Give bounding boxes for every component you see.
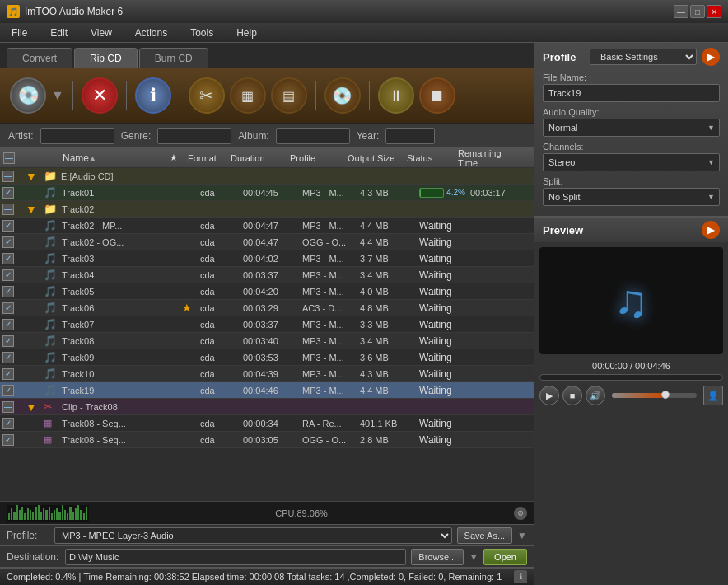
row-checkbox[interactable] <box>2 236 14 248</box>
volume-button[interactable]: 🔊 <box>586 386 605 405</box>
row-checkbox[interactable] <box>2 204 14 215</box>
row-checkbox[interactable] <box>2 302 14 314</box>
open-disc-button[interactable]: 💿 <box>10 77 46 114</box>
row-checkbox[interactable] <box>2 319 14 330</box>
destination-input[interactable] <box>65 549 406 565</box>
album-input[interactable] <box>276 128 350 144</box>
genre-input[interactable] <box>157 128 231 144</box>
list-item[interactable]: 🎵 Track05 cda 00:04:20 MP3 - M... 4.0 MB… <box>0 283 534 300</box>
status-info-icon[interactable]: ℹ <box>514 570 527 583</box>
tab-convert[interactable]: Convert <box>7 48 72 68</box>
stop-button[interactable]: ⏹ <box>419 77 455 114</box>
save-dropdown[interactable]: ▼ <box>517 530 527 541</box>
header-output-size[interactable]: Output Size <box>344 153 404 163</box>
header-checkbox[interactable] <box>3 152 15 164</box>
list-item[interactable]: 🎵 Track19 cda 00:04:46 MP3 - M... 4.4 MB… <box>0 382 534 399</box>
open-button[interactable]: Open <box>483 549 527 565</box>
list-item[interactable]: 🎵 Track09 cda 00:03:53 MP3 - M... 3.6 MB… <box>0 349 534 366</box>
info-button[interactable]: ℹ <box>135 77 171 114</box>
file-name-input[interactable] <box>543 84 720 102</box>
list-item[interactable]: 🎵 Track04 cda 00:03:37 MP3 - M... 3.4 MB… <box>0 267 534 283</box>
volume-slider[interactable] <box>612 393 697 398</box>
menu-view[interactable]: View <box>86 26 117 40</box>
menu-edit[interactable]: Edit <box>45 26 72 40</box>
menu-actions[interactable]: Actions <box>130 26 172 40</box>
list-item[interactable]: 🎵 Track03 cda 00:04:02 MP3 - M... 3.7 MB… <box>0 250 534 267</box>
pause-button[interactable]: ⏸ <box>378 77 414 114</box>
close-button[interactable]: ✕ <box>707 5 721 18</box>
audio-icon: 🎵 <box>44 302 57 314</box>
row-star[interactable]: ★ <box>180 302 198 314</box>
row-checkbox[interactable] <box>2 434 14 446</box>
list-item[interactable]: 🎵 Track10 cda 00:04:39 MP3 - M... 4.3 MB… <box>0 366 534 382</box>
header-profile[interactable]: Profile <box>287 153 344 163</box>
profile-arrow-button[interactable]: ▶ <box>702 48 720 66</box>
row-checkbox[interactable] <box>2 187 14 199</box>
list-item[interactable]: 🎵 Track08 cda 00:03:40 MP3 - M... 3.4 MB… <box>0 333 534 349</box>
list-item[interactable]: ▼ 📁 E:[Audio CD] <box>0 168 534 185</box>
profile-select[interactable]: MP3 - MPEG Layer-3 Audio <box>54 527 452 544</box>
list-item[interactable]: ▦ Track08 - Seg... cda 00:00:34 RA - Re.… <box>0 415 534 432</box>
row-duration: 00:03:37 <box>240 270 300 280</box>
preview-progress-bar[interactable] <box>539 374 723 381</box>
row-checkbox[interactable] <box>2 286 14 297</box>
preview-arrow-button[interactable]: ▶ <box>702 221 720 239</box>
row-checkbox[interactable] <box>2 368 14 380</box>
header-duration[interactable]: Duration <box>227 153 287 163</box>
list-item[interactable]: 🎵 Track07 cda 00:03:37 MP3 - M... 3.3 MB… <box>0 316 534 333</box>
browse-dropdown[interactable]: ▼ <box>469 551 478 563</box>
separator-2 <box>126 81 127 110</box>
list-item[interactable]: 🎵 Track06 ★ cda 00:03:29 AC3 - D... 4.8 … <box>0 300 534 316</box>
folder-expand-icon[interactable]: ▼ <box>26 170 37 183</box>
disc-dropdown[interactable]: ▼ <box>51 88 64 103</box>
row-output-size: 4.0 MB <box>357 287 417 297</box>
tab-burn-cd[interactable]: Burn CD <box>139 48 208 68</box>
row-checkbox[interactable] <box>2 269 14 281</box>
channels-select[interactable]: Stereo Mono <box>543 153 720 171</box>
save-as-button[interactable]: Save As... <box>457 527 513 544</box>
maximize-button[interactable]: □ <box>690 5 705 18</box>
tab-rip-cd[interactable]: Rip CD <box>74 48 138 68</box>
menu-file[interactable]: File <box>7 26 32 40</box>
folder-expand-icon[interactable]: ▼ <box>26 203 37 216</box>
list-item[interactable]: ▦ Track08 - Seq... cda 00:03:05 OGG - O.… <box>0 432 534 448</box>
menu-tools[interactable]: Tools <box>185 26 218 40</box>
list-item[interactable]: 🎵 Track02 - MP... cda 00:04:47 MP3 - M..… <box>0 218 534 234</box>
list-item[interactable]: 🎵 Track02 - OG... cda 00:04:47 OGG - O..… <box>0 234 534 250</box>
artist-input[interactable] <box>40 128 114 144</box>
row-checkbox[interactable] <box>2 335 14 347</box>
menu-help[interactable]: Help <box>231 26 262 40</box>
cd-button[interactable]: 💿 <box>324 77 361 114</box>
audio-quality-select[interactable]: Normal High Low <box>543 119 720 137</box>
row-checkbox[interactable] <box>2 352 14 363</box>
scissors-button[interactable]: ✂ <box>189 77 225 114</box>
delete-button[interactable]: ✕ <box>82 77 118 114</box>
list-item[interactable]: ▼ 📁 Track02 <box>0 201 534 218</box>
header-format[interactable]: Format <box>184 153 227 163</box>
header-name[interactable]: Name ▲ <box>59 152 166 164</box>
file-list[interactable]: ▼ 📁 E:[Audio CD] 🎵 Track01 cda 00:04:4 <box>0 168 534 501</box>
row-checkbox[interactable] <box>2 220 14 232</box>
play-button[interactable]: ▶ <box>539 386 559 405</box>
stop-preview-button[interactable]: ■ <box>562 386 582 405</box>
browse-button[interactable]: Browse... <box>411 549 464 565</box>
row-checkbox[interactable] <box>2 171 14 182</box>
year-input[interactable] <box>385 128 435 144</box>
profile-icon[interactable]: 👤 <box>703 386 723 405</box>
row-checkbox[interactable] <box>2 401 14 413</box>
minimize-button[interactable]: — <box>674 5 688 18</box>
row-checkbox[interactable] <box>2 253 14 264</box>
row-checkbox[interactable] <box>2 385 14 396</box>
header-status[interactable]: Status <box>404 153 455 163</box>
header-check[interactable] <box>0 152 23 164</box>
list-item[interactable]: ▼ ✂ Clip - Track08 <box>0 399 534 415</box>
strip-button[interactable]: ▦ <box>230 77 266 114</box>
row-checkbox[interactable] <box>2 418 14 429</box>
list-item[interactable]: 🎵 Track01 cda 00:04:45 MP3 - M... 4.3 MB… <box>0 185 534 201</box>
folder-expand-icon[interactable]: ▼ <box>26 400 37 414</box>
film-button[interactable]: ▤ <box>271 77 307 114</box>
header-remaining[interactable]: Remaining Time <box>455 148 520 168</box>
cpu-icon[interactable]: ⚙ <box>514 507 527 520</box>
basic-settings-dropdown[interactable]: Basic Settings Advanced Settings <box>590 49 697 65</box>
split-select[interactable]: No Split Split by Size Split by Time <box>543 188 720 206</box>
